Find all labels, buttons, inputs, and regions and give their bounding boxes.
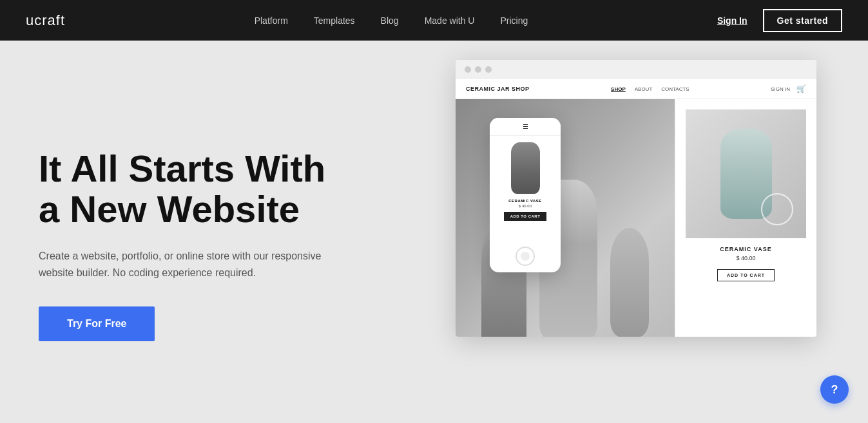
shop-right: SIGN IN 🛒 — [771, 84, 806, 93]
dot-1 — [465, 66, 471, 73]
nav-item-templates[interactable]: Templates — [314, 15, 355, 26]
hamburger-icon: ☰ — [523, 123, 528, 130]
product-image — [686, 109, 806, 238]
product-name: CERAMIC VASE — [720, 246, 771, 252]
help-button[interactable]: ? — [820, 375, 849, 404]
hero-subtitle: Create a website, portfolio, or online s… — [39, 248, 348, 281]
shop-nav: SHOP ABOUT CONTACTS — [611, 86, 690, 92]
nav-item-platform[interactable]: Platform — [255, 15, 288, 26]
sign-in-link[interactable]: Sign In — [717, 15, 747, 26]
mobile-body: CERAMIC VASE $ 40.00 ADD TO CART — [490, 136, 561, 227]
circle-overlay — [761, 193, 793, 225]
nav-item-pricing[interactable]: Pricing — [500, 15, 528, 26]
shop-signin: SIGN IN — [771, 86, 790, 92]
mobile-product-price: $ 40.00 — [519, 204, 532, 208]
dot-2 — [475, 66, 481, 73]
nav-item-blog[interactable]: Blog — [381, 15, 399, 26]
logo-text: ucraft — [26, 12, 65, 28]
shop-product-panel: CERAMIC VASE $ 40.00 ADD TO CART — [675, 99, 816, 337]
hero-title: It All Starts With a New Website — [39, 148, 425, 230]
vase-background — [456, 99, 675, 337]
mobile-add-to-cart-button[interactable]: ADD TO CART — [504, 212, 547, 221]
nav-menu: Platform Templates Blog Made with U Pric… — [255, 15, 528, 26]
browser-dots — [456, 60, 816, 79]
hero-visual: ☰ CERAMIC VASE $ 40.00 ADD TO CART CE — [425, 41, 829, 423]
dot-3 — [485, 66, 492, 73]
mobile-header: ☰ — [490, 118, 561, 136]
product-price: $ 40.00 — [736, 255, 755, 261]
shop-main-image — [456, 99, 675, 337]
add-to-cart-button[interactable]: ADD TO CART — [717, 269, 775, 281]
shop-nav-about: ABOUT — [635, 86, 653, 92]
cart-icon: 🛒 — [796, 84, 806, 93]
shop-logo: CERAMIC JAR SHOP — [466, 86, 530, 92]
navbar-right: Sign In Get started — [717, 9, 842, 32]
get-started-button[interactable]: Get started — [763, 9, 842, 32]
mobile-home-button — [516, 247, 535, 266]
mobile-home-circle — [521, 252, 530, 261]
shop-nav-contacts: CONTACTS — [661, 86, 689, 92]
hero-section: It All Starts With a New Website Create … — [0, 41, 868, 423]
nav-item-made-with-u[interactable]: Made with U — [425, 15, 475, 26]
mobile-mockup: ☰ CERAMIC VASE $ 40.00 ADD TO CART — [490, 118, 561, 272]
logo[interactable]: ucraft — [26, 12, 65, 29]
hero-content: It All Starts With a New Website Create … — [39, 122, 425, 342]
mobile-vase-image — [511, 142, 540, 194]
try-free-button[interactable]: Try For Free — [39, 306, 155, 341]
shop-header: CERAMIC JAR SHOP SHOP ABOUT CONTACTS SIG… — [456, 79, 816, 99]
mobile-product-name: CERAMIC VASE — [508, 199, 542, 203]
vase-3 — [610, 228, 649, 337]
shop-nav-shop: SHOP — [611, 86, 626, 92]
navbar: ucraft Platform Templates Blog Made with… — [0, 0, 868, 41]
